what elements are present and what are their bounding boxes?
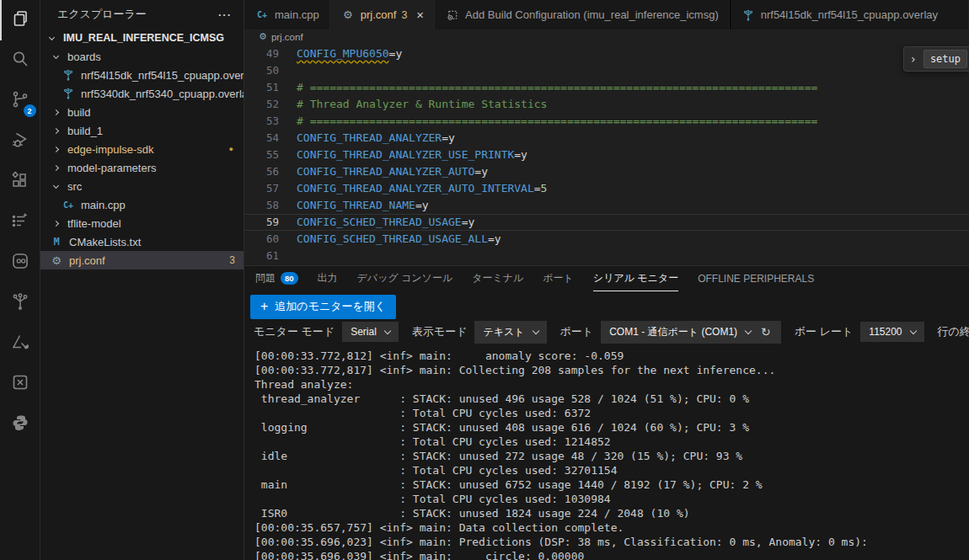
activity-item-source-control[interactable]: 2 xyxy=(0,81,40,121)
sidebar-title: エクスプローラー xyxy=(57,7,147,22)
code-line-60[interactable]: 60CONFIG_SCHED_THREAD_USAGE_ALL=y xyxy=(244,231,969,248)
panel-tab-問題[interactable]: 問題80 xyxy=(255,266,298,291)
tree-item-build-1[interactable]: build_1 xyxy=(40,121,244,140)
tree-item-build[interactable]: build xyxy=(40,103,244,121)
cpp-icon: C+ xyxy=(254,10,270,19)
terminal-line: [00:00:35.657,757] <inf> main: Data coll… xyxy=(254,520,969,535)
tab-problems-badge: 3 xyxy=(401,9,407,21)
terminal-line: [00:00:33.772,812] <inf> main: anomaly s… xyxy=(254,349,969,363)
chevron-down-icon xyxy=(745,327,752,333)
more-actions-icon[interactable]: ··· xyxy=(218,8,232,21)
line-number: 59 xyxy=(244,215,279,230)
editor-tab-prj-conf[interactable]: ⚙prj.conf3× xyxy=(330,0,435,29)
activity-item-task-list[interactable] xyxy=(0,202,40,243)
python-icon xyxy=(10,413,30,436)
tree-item-cmakelists-txt[interactable]: MCMakeLists.txt xyxy=(40,232,244,251)
code-line-55[interactable]: 55CONFIG_THREAD_ANALYZER_USE_PRINTK=y xyxy=(244,147,969,163)
problems-count-badge: 3 xyxy=(229,254,235,266)
tree-item-tflite-model[interactable]: tflite-model xyxy=(40,214,244,232)
extensions-icon xyxy=(10,170,30,194)
activity-bar: 2 xyxy=(0,0,40,560)
panel-tab-OFFLINE-PERIPHERALS[interactable]: OFFLINE PERIPHERALS xyxy=(698,266,814,291)
code-line-57[interactable]: 57CONFIG_THREAD_ANALYZER_AUTO_INTERVAL=5 xyxy=(244,180,969,197)
panel-tab-出力[interactable]: 出力 xyxy=(318,266,338,291)
baud-rate-select[interactable]: 115200 xyxy=(860,322,923,342)
tree-item-boards[interactable]: boards xyxy=(40,47,244,66)
devicetree-file-icon xyxy=(61,88,76,99)
monitor-mode-select[interactable]: Serial xyxy=(342,322,399,342)
terminal-line: : Total CPU cycles used: 1214852 xyxy=(254,435,969,449)
terminal-line: [00:00:33.772,817] <inf> main: Collectin… xyxy=(254,363,969,377)
editor-tab-nrf54l15dk-nrf54l15-cpuapp-ove[interactable]: nrf54l15dk_nrf54l15_cpuapp.overlay xyxy=(730,0,969,29)
code-line-54[interactable]: 54CONFIG_THREAD_ANALYZER=y xyxy=(244,130,969,147)
code-line-52[interactable]: 52# Thread Analyzer & Runtime Statistics xyxy=(244,96,969,113)
panel-tab-ターミナル[interactable]: ターミナル xyxy=(472,266,523,291)
code-line-61[interactable]: 61 xyxy=(244,248,969,264)
line-number: 50 xyxy=(244,62,279,79)
tree-item-nrf54l15dk-nrf54l15-cpuapp-over[interactable]: nrf54l15dk_nrf54l15_cpuapp.over... xyxy=(40,66,244,84)
triangle-wrench-icon xyxy=(10,332,30,355)
workspace-root-row[interactable]: IMU_REAL_INFERENCE_ICMSG xyxy=(40,29,244,47)
open-additional-monitor-button[interactable]: + 追加のモニターを開く xyxy=(250,295,396,319)
editor-tab-main-cpp[interactable]: C+main.cpp xyxy=(244,0,330,29)
line-number: 61 xyxy=(244,248,279,264)
plus-icon: + xyxy=(260,300,268,313)
code-editor[interactable]: 49CONFIG_MPU6050=y5051# ================… xyxy=(244,44,969,265)
activity-item-kconfig[interactable] xyxy=(0,323,40,364)
port-select[interactable]: COM1 - 通信ポート (COM1) ↻ xyxy=(601,321,781,344)
gear-icon: ⚙ xyxy=(259,31,267,42)
find-expand-chevron-icon[interactable]: › xyxy=(907,52,918,66)
view-mode-select[interactable]: テキスト xyxy=(474,321,546,344)
line-number: 53 xyxy=(244,113,279,130)
line-ending-label: 行の終端 xyxy=(938,324,969,339)
terminal-line: thread_analyzer : STACK: unused 496 usag… xyxy=(254,392,969,406)
panel-tab-ポート[interactable]: ポート xyxy=(543,266,574,291)
devicetree-file-icon xyxy=(61,69,76,81)
activity-item-extensions[interactable] xyxy=(0,162,40,202)
terminal-line: : Total CPU cycles used: 1030984 xyxy=(254,492,969,506)
panel-tab-シリアル-モニター[interactable]: シリアル モニター xyxy=(593,266,678,291)
terminal-line: main : STACK: unused 6752 usage 1440 / 8… xyxy=(254,477,969,492)
gear-file-icon: ⚙ xyxy=(49,254,64,267)
code-line-49[interactable]: 49CONFIG_MPU6050=y xyxy=(244,45,969,62)
panel-tab-bar: 問題80出力デバッグ コンソールターミナルポートシリアル モニターOFFLINE… xyxy=(244,266,969,291)
tree-item-main-cpp[interactable]: C+main.cpp xyxy=(40,195,244,214)
tree-item-src[interactable]: src xyxy=(40,177,244,195)
activity-item-nrf-connect[interactable] xyxy=(0,243,40,283)
line-number: 57 xyxy=(244,180,279,197)
activity-item-run-and-debug[interactable] xyxy=(0,121,40,162)
chevron-down-icon xyxy=(49,185,62,188)
editor-tab-add-build-configuration-imu-re[interactable]: Add Build Configuration (imu_real_infere… xyxy=(435,0,730,29)
activity-item-explorer[interactable] xyxy=(0,0,40,40)
find-input[interactable]: setup xyxy=(923,50,967,68)
activity-item-x-tool[interactable] xyxy=(0,364,40,404)
terminal-line: Thread analyze: xyxy=(254,377,969,392)
activity-item-devicetree[interactable] xyxy=(0,283,40,323)
code-line-51[interactable]: 51# ====================================… xyxy=(244,79,969,96)
chevron-down-icon xyxy=(532,327,538,333)
code-line-59[interactable]: 59CONFIG_SCHED_THREAD_USAGE=y xyxy=(244,214,969,231)
code-line-50[interactable]: 50 xyxy=(244,62,969,79)
code-line-58[interactable]: 58CONFIG_THREAD_NAME=y xyxy=(244,197,969,214)
code-line-56[interactable]: 56CONFIG_THREAD_ANALYZER_AUTO=y xyxy=(244,163,969,180)
gear-icon: ⚙ xyxy=(340,8,356,21)
activity-badge: 2 xyxy=(24,104,36,117)
breadcrumb[interactable]: ⚙ prj.conf xyxy=(244,29,969,44)
close-icon[interactable]: × xyxy=(416,8,424,21)
panel-tab-デバッグ-コンソール[interactable]: デバッグ コンソール xyxy=(357,266,453,291)
line-number: 56 xyxy=(244,163,279,180)
line-number: 55 xyxy=(244,147,279,163)
tree-item-edge-impulse-sdk[interactable]: edge-impulse-sdk● xyxy=(40,140,244,158)
code-line-53[interactable]: 53# ====================================… xyxy=(244,113,969,130)
activity-item-python[interactable] xyxy=(0,404,40,445)
activity-item-search[interactable] xyxy=(0,40,40,81)
tree-item-prj-conf[interactable]: ⚙prj.conf3 xyxy=(40,251,244,269)
serial-monitor-output[interactable]: [00:00:33.772,812] <inf> main: anomaly s… xyxy=(244,344,969,560)
terminal-line: idle : STACK: unused 272 usage 48 / 320 … xyxy=(254,449,969,463)
cmake-file-icon: M xyxy=(49,236,64,248)
tree-item-nrf5340dk-nrf5340-cpuapp-overlay[interactable]: nrf5340dk_nrf5340_cpuapp.overlay xyxy=(40,84,244,103)
chevron-right-icon xyxy=(49,129,62,133)
refresh-ports-icon[interactable]: ↻ xyxy=(759,325,773,339)
tree-item-model-parameters[interactable]: model-parameters xyxy=(40,158,244,177)
line-number: 52 xyxy=(244,96,279,113)
